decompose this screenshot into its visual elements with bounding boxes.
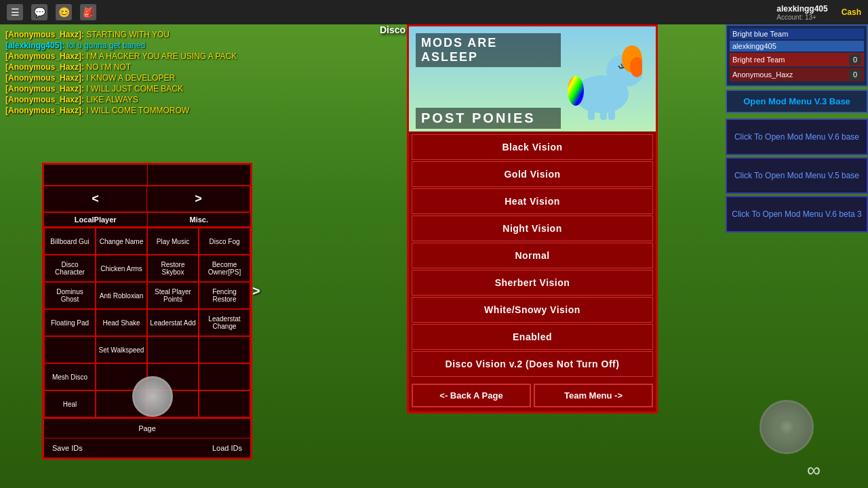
grid-fencing-restore[interactable]: Fencing Restore [199,282,250,309]
infinity-icon: ∞ [807,460,821,481]
grid-empty-3 [199,336,250,363]
nav-left-btn[interactable]: < [44,186,147,211]
top-bar: ☰ 💬 😊 🎒 alexkingg405 Account: 13+ Cash [0,0,868,24]
chat-icon[interactable]: 💬 [31,4,47,20]
mod-title-overlay: MODS ARE ASLEEP POST PONIES [416,33,561,129]
chat-msg-7: [Anonymous_Haxz]: LIKE ALWAYS [5,95,252,104]
grid-disco-fog[interactable]: Disco Fog [199,228,250,255]
blue-team-label: Bright blue Team [732,30,788,38]
heat-vision-btn[interactable]: Heat Vision [412,188,653,214]
menu-icon[interactable]: ☰ [7,4,23,20]
grid-steal-player[interactable]: Steal Player Points [147,282,199,309]
gold-vision-btn[interactable]: Gold Vision [412,161,653,187]
red-team-row: Bright red Team 0 [730,53,864,66]
svg-rect-8 [588,106,595,120]
username-display: alexkingg405 Account: 13+ [776,4,827,21]
chat-msg-4: [Anonymous_Haxz]: NO I'M NOT [5,62,252,72]
team-section: Bright blue Team alexkingg405 Bright red… [726,24,868,87]
grid-anti-robloxian[interactable]: Anti Robloxian [96,282,147,309]
anon-score: 0 [849,69,861,80]
chat-msg-1: [Anonymous_Haxz]: STARTING WITH YOU [5,30,252,39]
panel-top-row [44,165,250,186]
grid-empty-1 [44,336,96,363]
grid-heal[interactable]: Heal [44,390,96,418]
chat-msg-6: [Anonymous_Haxz]: I WILL JUST COME BACK [5,84,252,94]
chat-msg-8: [Anonymous_Haxz]: I WILL COME TOMMOROW [5,106,252,115]
black-vision-btn[interactable]: Black Vision [412,134,653,160]
pony-svg [561,33,642,121]
vision-buttons-list: Black Vision Gold Vision Heat Vision Nig… [409,131,656,380]
top-bar-icons: ☰ 💬 😊 🎒 [7,4,96,20]
grid-change-name[interactable]: Change Name [96,228,147,255]
open-mod-menu-btn[interactable]: Open Mod Menu V.3 Base [726,89,868,113]
player-name-row: alexkingg405 [730,41,864,52]
svg-rect-10 [608,106,615,120]
mod-v5-base-btn[interactable]: Click To Open Mod Menu V.5 base [726,157,868,194]
mod-v6-beta3-btn[interactable]: Click To Open Mod Menu V.6 beta 3 [726,196,868,232]
team-menu-btn[interactable]: Team Menu -> [534,384,653,407]
page-label: Page [114,424,181,432]
grid-restore-skybox[interactable]: Restore Skybox [147,255,199,282]
disco-vision-btn[interactable]: Disco Vision v.2 (Does Not Turn Off) [412,351,653,377]
load-ids-btn[interactable]: Load IDs [207,441,248,455]
right-joystick[interactable] [760,400,814,454]
left-mod-panel: < > LocalPlayer Misc. Billboard Gui Chan… [42,163,252,460]
grid-leaderstat-change[interactable]: Leaderstat Change [199,309,250,336]
grid-billboard-gui[interactable]: Billboard Gui [44,228,96,255]
red-team-label: Bright red Team [732,56,785,64]
panel-headers: LocalPlayer Misc. [44,213,250,228]
panel-save-load: Save IDs Load IDs [44,438,250,458]
panel-nav-row: < > [44,186,250,213]
grid-floating-pad[interactable]: Floating Pad [44,309,96,336]
white-snowy-vision-btn[interactable]: White/Snowy Vision [412,297,653,323]
grid-mesh-disco[interactable]: Mesh Disco [44,363,96,390]
backpack-icon[interactable]: 🎒 [80,4,96,20]
arrow-right-btn[interactable]: > [252,283,260,299]
save-ids-btn[interactable]: Save IDs [47,441,88,455]
header-left: LocalPlayer [44,213,148,226]
svg-rect-9 [600,106,607,120]
chat-panel: [Anonymous_Haxz]: STARTING WITH YOU [ale… [0,24,258,122]
chat-msg-5: [Anonymous_Haxz]: I KNOW A DEVELOPER [5,73,252,83]
chat-msg-3: [Anonymous_Haxz]: I'M A HACKER YOU ARE U… [5,52,252,61]
center-mod-menu: MODS ARE ASLEEP POST PONIES Black Vision… [407,24,658,413]
right-panel: Bright blue Team alexkingg405 Bright red… [726,24,868,232]
grid-empty-9 [199,390,250,418]
disco-label: Disco [380,24,406,35]
anon-player-label: Anonymous_Haxz [732,70,793,79]
mod-v6-base-btn[interactable]: Click To Open Mod Menu V.6 base [726,119,868,155]
sherbert-vision-btn[interactable]: Sherbert Vision [412,270,653,296]
grid-dominus-ghost[interactable]: Dominus Ghost [44,282,96,309]
cash-display: Cash [842,7,861,17]
grid-set-walkspeed[interactable]: Set Walkspeed [96,336,147,363]
back-page-btn[interactable]: <- Back A Page [412,384,531,407]
anon-player-row: Anonymous_Haxz 0 [730,68,864,81]
grid-leaderstat-add[interactable]: Leaderstat Add [147,309,199,336]
panel-bottom-row: Page [44,418,250,438]
grid-empty-2 [147,336,199,363]
grid-head-shake[interactable]: Head Shake [96,309,147,336]
blue-team-row: Bright blue Team [730,28,864,39]
header-right: Misc. [148,213,251,226]
emote-icon[interactable]: 😊 [56,4,72,20]
grid-play-music[interactable]: Play Music [147,228,199,255]
night-vision-btn[interactable]: Night Vision [412,216,653,241]
grid-empty-6 [199,363,250,390]
mod-version-buttons: Click To Open Mod Menu V.6 base Click To… [726,119,868,232]
mod-menu-footer: <- Back A Page Team Menu -> [409,380,656,411]
joystick-circle [132,376,173,417]
nav-right-btn[interactable]: > [147,186,250,211]
mod-menu-image: MODS ARE ASLEEP POST PONIES [409,26,656,131]
enabled-btn[interactable]: Enabled [412,324,653,350]
top-bar-right: alexkingg405 Account: 13+ Cash [776,0,861,24]
red-team-score: 0 [849,54,861,65]
grid-disco-character[interactable]: Disco Character [44,255,96,282]
chat-msg-2: [alexkingg405]: lol u gonna get baned [5,41,252,50]
normal-btn[interactable]: Normal [412,243,653,268]
svg-point-7 [568,76,584,106]
grid-chicken-arms[interactable]: Chicken Arms [96,255,147,282]
grid-become-owner[interactable]: Become Owner[PS] [199,255,250,282]
player-name-label: alexkingg405 [732,42,776,50]
